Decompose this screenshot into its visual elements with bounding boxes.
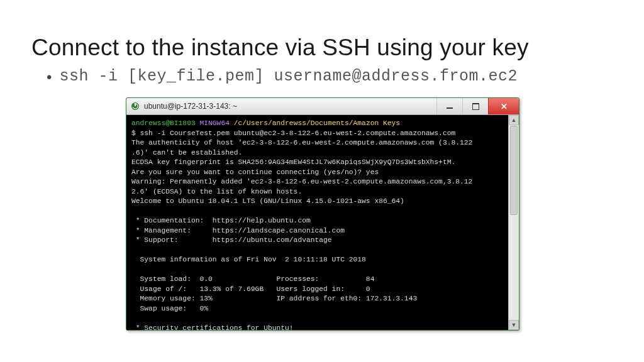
terminal-window-wrap: ubuntu@ip-172-31-3-143: ~ ✕ andrewss@BI1…	[126, 97, 518, 331]
close-button[interactable]: ✕	[488, 98, 519, 114]
maximize-button[interactable]	[462, 98, 488, 114]
term-line: The authenticity of host 'ec2-3-8-122-6.…	[131, 139, 472, 146]
term-line: .6)' can't be established.	[131, 149, 242, 156]
term-line: Welcome to Ubuntu 18.04.1 LTS (GNU/Linux…	[131, 197, 404, 205]
slide-title: Connect to the instance via SSH using yo…	[31, 35, 613, 61]
maximize-icon	[472, 103, 479, 110]
minimize-icon	[447, 107, 453, 109]
prompt-env: MINGW64	[199, 119, 229, 127]
window-title: ubuntu@ip-172-31-3-143: ~	[144, 102, 436, 111]
term-line: Swap usage: 0%	[131, 305, 208, 312]
bullet-dot-icon: •	[47, 67, 52, 87]
terminal-body-wrap: andrewss@BI1803 MINGW64 /c/Users/andrews…	[126, 115, 519, 330]
term-line: * Management: https://landscape.canonica…	[131, 227, 345, 234]
term-line: Usage of /: 13.3% of 7.69GB Users logged…	[131, 285, 370, 293]
scroll-thumb[interactable]	[510, 126, 518, 215]
term-line: * Security certifications for Ubuntu!	[131, 324, 294, 331]
app-icon	[130, 101, 140, 111]
chevron-up-icon: ▲	[511, 117, 517, 123]
term-line: * Documentation: https://help.ubuntu.com	[131, 217, 311, 224]
prompt-path: /c/Users/andrewss/Documents/Amazon Keys	[234, 119, 400, 127]
prompt-user: andrewss@BI1803	[131, 119, 196, 127]
minimize-button[interactable]	[436, 98, 462, 114]
term-line: ECDSA key fingerprint is SHA256:9AG34mEW…	[131, 158, 455, 166]
close-icon: ✕	[501, 102, 508, 111]
bullet-text: ssh -i [key_file.pem] username@address.f…	[59, 67, 518, 85]
window-titlebar[interactable]: ubuntu@ip-172-31-3-143: ~ ✕	[126, 98, 519, 115]
term-line: * Support: https://ubuntu.com/advantage	[131, 236, 332, 244]
term-line: Warning: Permanently added 'ec2-3-8-122-…	[131, 178, 472, 185]
term-line: $ ssh -i CourseTest.pem ubuntu@ec2-3-8-1…	[131, 129, 455, 137]
bullet-item: • ssh -i [key_file.pem] username@address…	[47, 67, 613, 87]
window-controls: ✕	[436, 98, 519, 114]
terminal-output[interactable]: andrewss@BI1803 MINGW64 /c/Users/andrews…	[126, 115, 508, 330]
term-line: System information as of Fri Nov 2 10:11…	[131, 256, 366, 263]
chevron-down-icon: ▼	[511, 322, 517, 328]
scroll-up-button[interactable]: ▲	[509, 115, 519, 125]
term-line: System load: 0.0 Processes: 84	[131, 275, 374, 283]
term-line: Memory usage: 13% IP address for eth0: 1…	[131, 295, 417, 302]
terminal-window: ubuntu@ip-172-31-3-143: ~ ✕ andrewss@BI1…	[126, 97, 519, 331]
term-line: 2.6' (ECDSA) to the list of known hosts.	[131, 188, 302, 195]
slide: Connect to the instance via SSH using yo…	[0, 0, 644, 362]
scrollbar[interactable]: ▲ ▼	[508, 115, 519, 330]
term-line: Are you sure you want to continue connec…	[131, 168, 379, 176]
scroll-down-button[interactable]: ▼	[509, 320, 519, 330]
